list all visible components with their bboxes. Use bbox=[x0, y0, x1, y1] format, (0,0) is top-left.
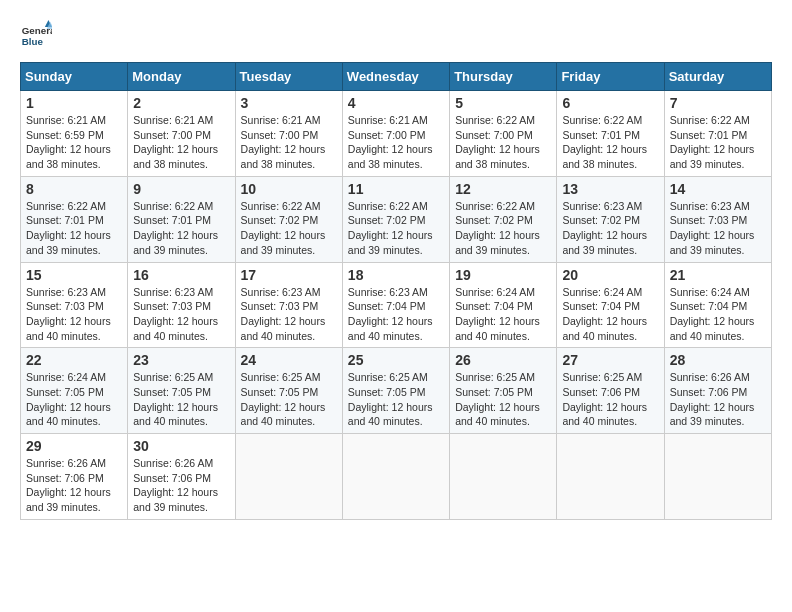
day-number-9: 9 bbox=[133, 181, 229, 197]
day-info-23: Sunrise: 6:25 AM Sunset: 7:05 PM Dayligh… bbox=[133, 370, 229, 429]
day-info-15: Sunrise: 6:23 AM Sunset: 7:03 PM Dayligh… bbox=[26, 285, 122, 344]
day-cell-3: 3Sunrise: 6:21 AM Sunset: 7:00 PM Daylig… bbox=[235, 91, 342, 177]
logo-icon: General Blue bbox=[20, 20, 52, 52]
day-info-20: Sunrise: 6:24 AM Sunset: 7:04 PM Dayligh… bbox=[562, 285, 658, 344]
day-number-20: 20 bbox=[562, 267, 658, 283]
day-info-13: Sunrise: 6:23 AM Sunset: 7:02 PM Dayligh… bbox=[562, 199, 658, 258]
logo: General Blue bbox=[20, 20, 56, 52]
day-cell-15: 15Sunrise: 6:23 AM Sunset: 7:03 PM Dayli… bbox=[21, 262, 128, 348]
day-info-12: Sunrise: 6:22 AM Sunset: 7:02 PM Dayligh… bbox=[455, 199, 551, 258]
day-cell-6: 6Sunrise: 6:22 AM Sunset: 7:01 PM Daylig… bbox=[557, 91, 664, 177]
day-number-30: 30 bbox=[133, 438, 229, 454]
day-cell-24: 24Sunrise: 6:25 AM Sunset: 7:05 PM Dayli… bbox=[235, 348, 342, 434]
day-info-8: Sunrise: 6:22 AM Sunset: 7:01 PM Dayligh… bbox=[26, 199, 122, 258]
weekday-header-row: SundayMondayTuesdayWednesdayThursdayFrid… bbox=[21, 63, 772, 91]
day-number-22: 22 bbox=[26, 352, 122, 368]
day-cell-19: 19Sunrise: 6:24 AM Sunset: 7:04 PM Dayli… bbox=[450, 262, 557, 348]
day-info-1: Sunrise: 6:21 AM Sunset: 6:59 PM Dayligh… bbox=[26, 113, 122, 172]
weekday-header-thursday: Thursday bbox=[450, 63, 557, 91]
calendar-table: SundayMondayTuesdayWednesdayThursdayFrid… bbox=[20, 62, 772, 520]
week-row-4: 22Sunrise: 6:24 AM Sunset: 7:05 PM Dayli… bbox=[21, 348, 772, 434]
day-number-14: 14 bbox=[670, 181, 766, 197]
day-cell-4: 4Sunrise: 6:21 AM Sunset: 7:00 PM Daylig… bbox=[342, 91, 449, 177]
day-info-27: Sunrise: 6:25 AM Sunset: 7:06 PM Dayligh… bbox=[562, 370, 658, 429]
day-cell-8: 8Sunrise: 6:22 AM Sunset: 7:01 PM Daylig… bbox=[21, 176, 128, 262]
day-number-7: 7 bbox=[670, 95, 766, 111]
day-number-13: 13 bbox=[562, 181, 658, 197]
day-number-19: 19 bbox=[455, 267, 551, 283]
day-cell-20: 20Sunrise: 6:24 AM Sunset: 7:04 PM Dayli… bbox=[557, 262, 664, 348]
day-number-29: 29 bbox=[26, 438, 122, 454]
week-row-2: 8Sunrise: 6:22 AM Sunset: 7:01 PM Daylig… bbox=[21, 176, 772, 262]
day-info-6: Sunrise: 6:22 AM Sunset: 7:01 PM Dayligh… bbox=[562, 113, 658, 172]
day-info-25: Sunrise: 6:25 AM Sunset: 7:05 PM Dayligh… bbox=[348, 370, 444, 429]
week-row-5: 29Sunrise: 6:26 AM Sunset: 7:06 PM Dayli… bbox=[21, 434, 772, 520]
day-cell-17: 17Sunrise: 6:23 AM Sunset: 7:03 PM Dayli… bbox=[235, 262, 342, 348]
day-info-3: Sunrise: 6:21 AM Sunset: 7:00 PM Dayligh… bbox=[241, 113, 337, 172]
day-info-17: Sunrise: 6:23 AM Sunset: 7:03 PM Dayligh… bbox=[241, 285, 337, 344]
day-number-23: 23 bbox=[133, 352, 229, 368]
day-cell-2: 2Sunrise: 6:21 AM Sunset: 7:00 PM Daylig… bbox=[128, 91, 235, 177]
svg-text:Blue: Blue bbox=[22, 36, 44, 47]
day-number-26: 26 bbox=[455, 352, 551, 368]
day-number-6: 6 bbox=[562, 95, 658, 111]
day-number-8: 8 bbox=[26, 181, 122, 197]
day-number-16: 16 bbox=[133, 267, 229, 283]
day-cell-12: 12Sunrise: 6:22 AM Sunset: 7:02 PM Dayli… bbox=[450, 176, 557, 262]
week-row-1: 1Sunrise: 6:21 AM Sunset: 6:59 PM Daylig… bbox=[21, 91, 772, 177]
day-cell-23: 23Sunrise: 6:25 AM Sunset: 7:05 PM Dayli… bbox=[128, 348, 235, 434]
day-info-29: Sunrise: 6:26 AM Sunset: 7:06 PM Dayligh… bbox=[26, 456, 122, 515]
day-info-28: Sunrise: 6:26 AM Sunset: 7:06 PM Dayligh… bbox=[670, 370, 766, 429]
day-number-3: 3 bbox=[241, 95, 337, 111]
day-number-28: 28 bbox=[670, 352, 766, 368]
day-cell-29: 29Sunrise: 6:26 AM Sunset: 7:06 PM Dayli… bbox=[21, 434, 128, 520]
day-info-14: Sunrise: 6:23 AM Sunset: 7:03 PM Dayligh… bbox=[670, 199, 766, 258]
weekday-header-wednesday: Wednesday bbox=[342, 63, 449, 91]
day-info-2: Sunrise: 6:21 AM Sunset: 7:00 PM Dayligh… bbox=[133, 113, 229, 172]
day-info-30: Sunrise: 6:26 AM Sunset: 7:06 PM Dayligh… bbox=[133, 456, 229, 515]
day-cell-28: 28Sunrise: 6:26 AM Sunset: 7:06 PM Dayli… bbox=[664, 348, 771, 434]
day-info-11: Sunrise: 6:22 AM Sunset: 7:02 PM Dayligh… bbox=[348, 199, 444, 258]
day-info-10: Sunrise: 6:22 AM Sunset: 7:02 PM Dayligh… bbox=[241, 199, 337, 258]
day-number-18: 18 bbox=[348, 267, 444, 283]
day-cell-16: 16Sunrise: 6:23 AM Sunset: 7:03 PM Dayli… bbox=[128, 262, 235, 348]
day-cell-30: 30Sunrise: 6:26 AM Sunset: 7:06 PM Dayli… bbox=[128, 434, 235, 520]
day-info-4: Sunrise: 6:21 AM Sunset: 7:00 PM Dayligh… bbox=[348, 113, 444, 172]
day-info-21: Sunrise: 6:24 AM Sunset: 7:04 PM Dayligh… bbox=[670, 285, 766, 344]
day-number-27: 27 bbox=[562, 352, 658, 368]
day-info-9: Sunrise: 6:22 AM Sunset: 7:01 PM Dayligh… bbox=[133, 199, 229, 258]
day-number-25: 25 bbox=[348, 352, 444, 368]
day-cell-14: 14Sunrise: 6:23 AM Sunset: 7:03 PM Dayli… bbox=[664, 176, 771, 262]
empty-cell bbox=[557, 434, 664, 520]
day-number-11: 11 bbox=[348, 181, 444, 197]
empty-cell bbox=[664, 434, 771, 520]
weekday-header-friday: Friday bbox=[557, 63, 664, 91]
day-info-18: Sunrise: 6:23 AM Sunset: 7:04 PM Dayligh… bbox=[348, 285, 444, 344]
weekday-header-monday: Monday bbox=[128, 63, 235, 91]
day-number-4: 4 bbox=[348, 95, 444, 111]
day-cell-22: 22Sunrise: 6:24 AM Sunset: 7:05 PM Dayli… bbox=[21, 348, 128, 434]
empty-cell bbox=[450, 434, 557, 520]
day-info-19: Sunrise: 6:24 AM Sunset: 7:04 PM Dayligh… bbox=[455, 285, 551, 344]
day-number-1: 1 bbox=[26, 95, 122, 111]
day-cell-13: 13Sunrise: 6:23 AM Sunset: 7:02 PM Dayli… bbox=[557, 176, 664, 262]
page-header: General Blue bbox=[20, 20, 772, 52]
day-number-15: 15 bbox=[26, 267, 122, 283]
day-info-24: Sunrise: 6:25 AM Sunset: 7:05 PM Dayligh… bbox=[241, 370, 337, 429]
day-cell-5: 5Sunrise: 6:22 AM Sunset: 7:00 PM Daylig… bbox=[450, 91, 557, 177]
day-cell-11: 11Sunrise: 6:22 AM Sunset: 7:02 PM Dayli… bbox=[342, 176, 449, 262]
week-row-3: 15Sunrise: 6:23 AM Sunset: 7:03 PM Dayli… bbox=[21, 262, 772, 348]
day-number-21: 21 bbox=[670, 267, 766, 283]
day-info-16: Sunrise: 6:23 AM Sunset: 7:03 PM Dayligh… bbox=[133, 285, 229, 344]
day-number-10: 10 bbox=[241, 181, 337, 197]
day-cell-10: 10Sunrise: 6:22 AM Sunset: 7:02 PM Dayli… bbox=[235, 176, 342, 262]
day-cell-1: 1Sunrise: 6:21 AM Sunset: 6:59 PM Daylig… bbox=[21, 91, 128, 177]
day-cell-18: 18Sunrise: 6:23 AM Sunset: 7:04 PM Dayli… bbox=[342, 262, 449, 348]
weekday-header-tuesday: Tuesday bbox=[235, 63, 342, 91]
day-info-26: Sunrise: 6:25 AM Sunset: 7:05 PM Dayligh… bbox=[455, 370, 551, 429]
day-cell-21: 21Sunrise: 6:24 AM Sunset: 7:04 PM Dayli… bbox=[664, 262, 771, 348]
day-number-12: 12 bbox=[455, 181, 551, 197]
day-info-7: Sunrise: 6:22 AM Sunset: 7:01 PM Dayligh… bbox=[670, 113, 766, 172]
weekday-header-saturday: Saturday bbox=[664, 63, 771, 91]
day-number-24: 24 bbox=[241, 352, 337, 368]
